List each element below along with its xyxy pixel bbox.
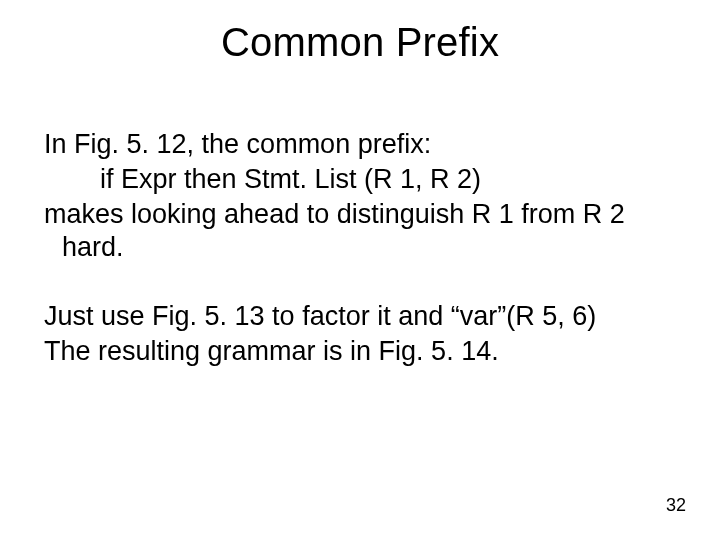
slide-title: Common Prefix: [0, 20, 720, 65]
text-line: In Fig. 5. 12, the common prefix:: [44, 128, 684, 161]
text-line: Just use Fig. 5. 13 to factor it and “va…: [44, 300, 684, 333]
text-line: if Expr then Stmt. List (R 1, R 2): [44, 163, 684, 196]
paragraph-gap: [44, 266, 684, 300]
slide: Common Prefix In Fig. 5. 12, the common …: [0, 0, 720, 540]
page-number: 32: [666, 495, 686, 516]
slide-body: In Fig. 5. 12, the common prefix: if Exp…: [44, 128, 684, 370]
text-line: The resulting grammar is in Fig. 5. 14.: [44, 335, 684, 368]
text-line: makes looking ahead to distinguish R 1 f…: [44, 198, 684, 264]
